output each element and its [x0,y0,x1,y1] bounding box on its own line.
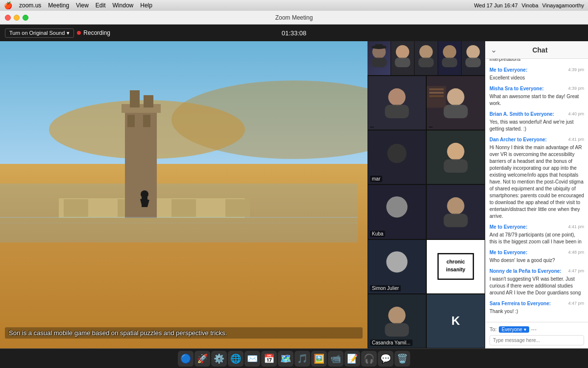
chat-sender: Me to Everyone: [490,249,527,256]
dock-maps[interactable]: 🗺️ [278,351,294,367]
participant-cell-logo: chronic insanity [426,239,485,294]
maximize-button[interactable] [23,15,28,21]
svg-rect-40 [443,105,467,119]
participant-cell-top-5 [462,41,485,75]
chat-footer: To: Everyone ▾ ··· [486,322,588,348]
chat-input[interactable] [490,335,584,345]
minimize-button[interactable] [14,15,20,21]
participant-grid: mar Kuba [368,76,485,348]
svg-point-17 [141,190,148,198]
dock-music[interactable]: 🎵 [294,351,310,367]
svg-rect-14 [143,115,150,127]
chat-message: Dan Archer to Everyone: 4:41 pm Hi Nonny… [490,136,584,220]
apple-menu[interactable]: 🍎 [4,1,12,9]
chat-text: Yes, this was wonderful! And we're just … [490,119,584,132]
participant-video-1 [368,76,426,130]
svg-rect-28 [395,58,410,68]
chat-messages[interactable]: Andrés to Everyone: 4:34 pm Q for IIIT: … [486,59,588,322]
dock-discord[interactable]: 💬 [378,351,393,367]
chat-msg-header: Me to Everyone: 4:48 pm [490,249,584,256]
dock-launchpad[interactable]: 🚀 [195,351,210,367]
dock-zoom[interactable]: 📹 [328,351,343,367]
chat-time: 4:41 pm [568,224,584,231]
close-button[interactable] [5,15,11,21]
chat-sender: Brian A. Smith to Everyone: [490,111,554,118]
chat-time: 4:41 pm [568,136,584,143]
svg-rect-57 [436,252,475,281]
chat-message: Misha Sra to Everyone: 4:39 pm What an a… [490,85,584,107]
svg-point-31 [443,45,456,58]
dock-trash[interactable]: 🗑️ [394,351,410,367]
top-participants-row [368,41,485,76]
recording-indicator: Recording [77,29,110,36]
chat-panel: ⌄ Chat Andrés to Everyone: 4:34 pm Q for… [485,41,588,348]
zoom-toolbar: Turn on Original Sound ▾ Recording 01:33… [0,25,588,41]
chat-text: Hi Nonny I think the main advantage of A… [490,144,584,220]
chat-to-everyone[interactable]: Everyone ▾ [499,326,529,333]
svg-rect-8 [172,199,196,217]
participant-name-casandra: Casandra Yamil... [370,340,413,346]
chat-sender: Misha Sra to Everyone: [490,85,544,92]
dock-word[interactable]: 📝 [344,351,360,367]
chat-title: Chat [532,46,547,54]
participant-name-kuba: Kuba [370,231,385,237]
chat-message: Brian A. Smith to Everyone: 4:40 pm Yes,… [490,111,584,132]
chat-more-button[interactable]: ··· [531,325,537,333]
svg-point-56 [386,251,407,272]
svg-rect-34 [466,58,481,68]
window-title: Zoom Meeting [275,14,313,21]
svg-rect-9 [198,199,223,217]
chat-msg-header: Misha Sra to Everyone: 4:39 pm [490,85,584,92]
window-controls [5,15,28,21]
sound-dropdown-icon: ▾ [67,30,70,36]
chat-chevron-icon[interactable]: ⌄ [490,45,497,54]
help-menu[interactable]: Help [140,2,152,9]
participant-cell-simon: Simon Julier [368,239,426,294]
title-bar: Zoom Meeting [0,11,588,25]
chat-text: What an awesome start to the day! Great … [490,93,584,107]
participant-cell-mar: mar [368,130,426,184]
participant-cell-top-4 [438,41,462,75]
chat-to-label: To: [490,326,497,332]
window-menu[interactable]: Window [113,2,134,9]
dock-photos[interactable]: 🖼️ [311,351,327,367]
participant-cell-4 [426,184,485,239]
svg-rect-12 [122,104,161,113]
svg-point-36 [388,88,405,105]
chat-message: Oren Zuckerman to Everyone: 4:39 pm Amaz… [490,59,584,63]
chat-msg-header: Nonny de la Peña to Everyone: 4:47 pm [490,268,584,275]
svg-point-53 [447,197,464,214]
chat-text: Who doesn' love a good quiz? [490,257,584,264]
view-menu[interactable]: View [76,2,89,9]
participant-cell-top-3 [415,41,438,75]
meeting-timer: 01:33:08 [282,29,307,37]
meeting-menu[interactable]: Meeting [48,2,69,9]
svg-point-33 [466,45,480,58]
svg-rect-44 [429,95,444,97]
app-name-menu[interactable]: zoom.us [19,2,41,9]
svg-rect-42 [429,88,444,90]
participant-cell-3 [426,130,485,184]
dock-chrome[interactable]: 🌐 [228,351,244,367]
participant-panel: mar Kuba [368,41,485,348]
svg-rect-15 [130,90,140,107]
svg-rect-63 [385,323,409,337]
chat-message: Me to Everyone: 4:41 pm And at 78/79 par… [490,224,584,245]
svg-rect-24 [371,58,387,68]
dock-spotify[interactable]: 🎧 [361,351,377,367]
edit-menu[interactable]: Edit [96,2,106,9]
dock-calendar[interactable]: 📅 [261,351,277,367]
participant-avatar-2 [391,41,414,75]
chat-msg-header: Me to Everyone: 4:41 pm [490,224,584,231]
dock-mail[interactable]: ✉️ [245,351,260,367]
sound-button[interactable]: Turn on Original Sound ▾ [5,28,74,38]
chat-text: Thank you! :) [490,308,584,315]
chat-time: 4:48 pm [568,249,584,256]
dock-system-prefs[interactable]: ⚙️ [211,351,227,367]
chat-text: Amazing work all teams! love the various… [490,59,584,63]
svg-rect-16 [144,95,153,107]
dock-finder[interactable]: 🔵 [178,351,194,367]
menu-bar-user-last: Vinayagamoorthy [542,2,584,8]
chat-sender: Sara Ferreira to Everyone: [490,300,551,307]
svg-point-48 [447,143,464,160]
